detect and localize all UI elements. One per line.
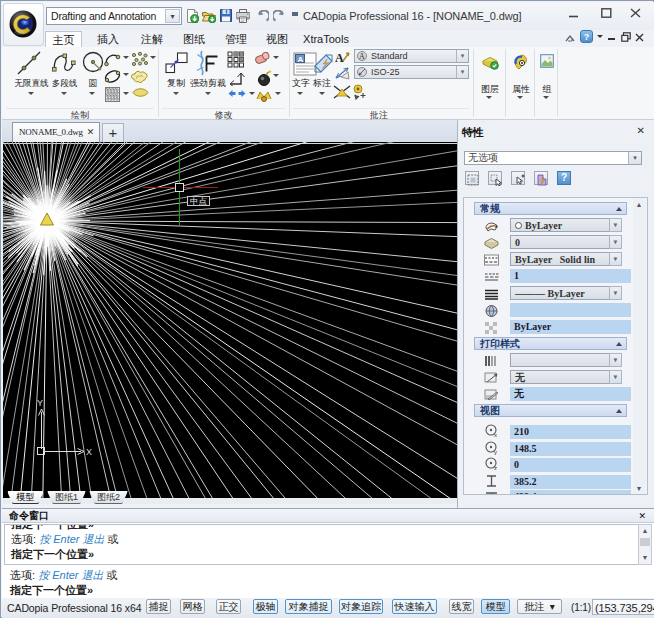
svg-text:Y: Y — [37, 398, 43, 408]
svg-text:x: x — [494, 432, 497, 438]
svg-text:z: z — [494, 465, 497, 471]
svg-text:A: A — [335, 51, 344, 64]
svg-text:X: X — [86, 447, 92, 457]
svg-text:A: A — [298, 55, 304, 64]
svg-text:y: y — [494, 449, 497, 455]
svg-text:A: A — [359, 52, 365, 61]
